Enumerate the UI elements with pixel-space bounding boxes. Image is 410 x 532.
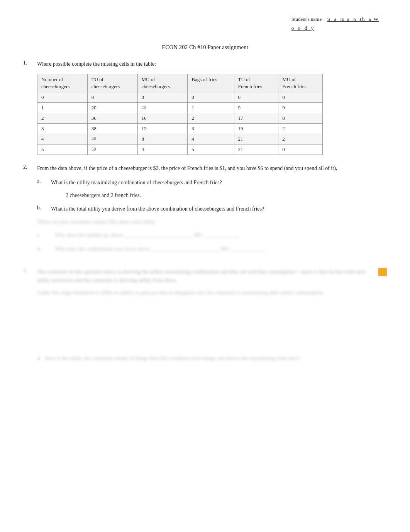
table-cell-r3-c0: 3: [37, 124, 88, 134]
table-cell-r3-c2: 12: [137, 124, 188, 134]
q2-sub-a: a. What is the utility maximizing combin…: [37, 178, 387, 187]
table-cell-r2-c3: 2: [188, 113, 234, 124]
col-header-0: Number ofcheeseburgers: [37, 74, 88, 92]
table-cell-r5-c4: 21: [234, 144, 278, 155]
table-cell-r0-c2: 0: [137, 92, 188, 103]
q2-sub-a-letter: a.: [37, 178, 51, 187]
q2-sub-a-text: What is the utility maximizing combinati…: [51, 178, 222, 187]
utility-table: Number ofcheeseburgers TU ofcheeseburger…: [37, 74, 323, 155]
q2-sub-d-blurred: d. Why does the combination you chose ab…: [37, 246, 387, 252]
student-label: Student's name: [291, 15, 322, 24]
table-cell-r5-c0: 5: [37, 144, 88, 155]
table-cell-r2-c2: 16: [137, 113, 188, 124]
q1-text: Where possible complete the missing cell…: [37, 60, 156, 68]
question-1: 1. Where possible complete the missing c…: [23, 60, 387, 155]
table-cell-r0-c5: 0: [278, 92, 323, 103]
table-cell-r5-c1: 50: [87, 144, 137, 155]
q2-sub-a-answer: 2 cheeseburgers and 2 french fries.: [66, 192, 387, 199]
table-cell-r0-c0: 0: [37, 92, 88, 103]
table-cell-r3-c5: 2: [278, 124, 323, 134]
col-header-5: MU ofFrench fries: [278, 74, 323, 92]
table-cell-r2-c5: 8: [278, 113, 323, 124]
q2-sub-b-text: What is the total utility you derive fro…: [51, 205, 264, 213]
table-cell-r1-c5: 9: [278, 103, 323, 113]
q3-number: 3.: [23, 268, 37, 274]
col-header-4: TU ofFrench fries: [234, 74, 278, 92]
table-cell-r0-c4: 0: [234, 92, 278, 103]
table-cell-r0-c3: 0: [188, 92, 234, 103]
q3-text: The consumer in this question above is d…: [37, 268, 375, 285]
q1-table-wrapper: Number ofcheeseburgers TU ofcheeseburger…: [37, 74, 387, 155]
question-2: 2. From the data above, if the price of …: [23, 164, 387, 252]
student-name-area: Student's name S_a_m a_n_th_a W o_o_d_y: [291, 15, 379, 32]
table-cell-r3-c1: 38: [87, 124, 137, 134]
q4-number: 4.: [37, 355, 41, 362]
table-cell-r2-c0: 2: [37, 113, 88, 124]
question-3: 3. The consumer in this question above i…: [23, 264, 387, 332]
table-cell-r1-c2: 20: [137, 103, 188, 113]
table-cell-r2-c1: 36: [87, 113, 137, 124]
table-cell-r1-c3: 1: [188, 103, 234, 113]
q2-sub-b-answer-blurred: Thirty-six plus seventeen equals fifty-t…: [37, 219, 387, 225]
table-cell-r5-c2: 4: [137, 144, 188, 155]
table-cell-r1-c0: 1: [37, 103, 88, 113]
table-cell-r5-c3: 5: [188, 144, 234, 155]
page-title: ECON 202 Ch #10 Paper assignment: [23, 44, 387, 51]
table-cell-r4-c4: 21: [234, 134, 278, 144]
table-cell-r0-c1: 0: [87, 92, 137, 103]
student-name-line2: o_o_d_y: [291, 24, 379, 32]
table-cell-r2-c4: 17: [234, 113, 278, 124]
table-cell-r3-c3: 3: [188, 124, 234, 134]
q3-sub-blurred: Under this large limitation to differ in…: [37, 289, 387, 297]
q2-number: 2.: [23, 164, 37, 173]
table-cell-r1-c4: 9: [234, 103, 278, 113]
col-header-1: TU ofcheeseburgers: [87, 74, 137, 92]
q2-sub-c-blurred: c. Why does the number go above ________…: [37, 232, 387, 238]
table-cell-r3-c4: 19: [234, 124, 278, 134]
table-cell-r4-c2: 8: [137, 134, 188, 144]
q1-number: 1.: [23, 60, 37, 68]
q4-text: How is the utility the consumer model of…: [45, 355, 300, 362]
table-cell-r4-c5: 2: [278, 134, 323, 144]
q2-sub-b-letter: b.: [37, 205, 51, 213]
q2-text: From the data above, if the price of a c…: [37, 164, 337, 173]
student-name-line1: S_a_m a_n_th_a W: [327, 15, 379, 24]
col-header-3: Bags of fries: [188, 74, 234, 92]
table-cell-r4-c0: 4: [37, 134, 88, 144]
table-cell-r1-c1: 20: [87, 103, 137, 113]
orange-badge-icon: [378, 268, 387, 276]
q2-sub-b: b. What is the total utility you derive …: [37, 205, 387, 213]
table-cell-r4-c3: 4: [188, 134, 234, 144]
question-4-blurred: 4. How is the utility the consumer model…: [37, 355, 387, 362]
table-cell-r4-c1: 46: [87, 134, 137, 144]
col-header-2: MU ofcheeseburgers: [137, 74, 188, 92]
table-cell-r5-c5: 0: [278, 144, 323, 155]
header: Student's name S_a_m a_n_th_a W o_o_d_y: [23, 15, 387, 32]
